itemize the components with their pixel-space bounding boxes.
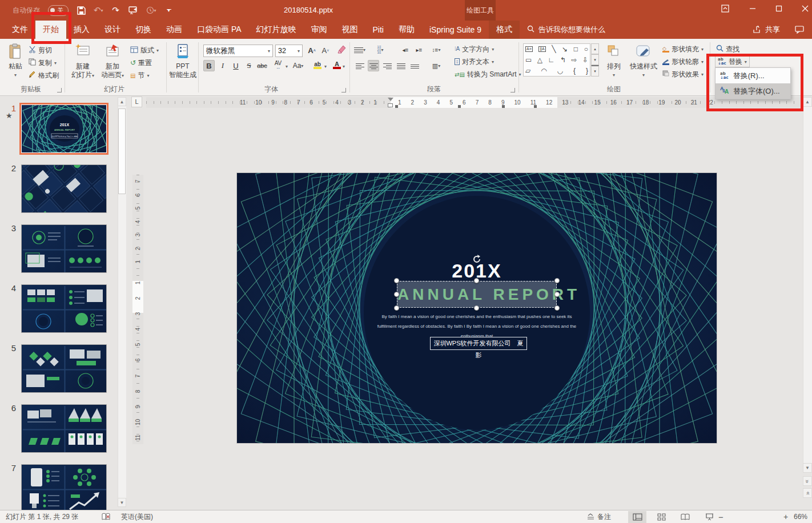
- slide-thumbnail-7[interactable]: [21, 464, 107, 513]
- shadow-button[interactable]: S: [243, 60, 255, 71]
- share-button[interactable]: 共享: [746, 21, 787, 39]
- resize-handle-bottom-right[interactable]: [554, 305, 560, 311]
- align-center-button[interactable]: [368, 60, 379, 71]
- redo-icon[interactable]: ↷: [111, 5, 120, 16]
- clock-icon[interactable]: ▾: [146, 5, 156, 16]
- font-dialog-launcher[interactable]: [341, 88, 346, 92]
- gallery-down-icon[interactable]: ▾: [591, 54, 599, 65]
- slide-thumbnail-6[interactable]: [21, 404, 107, 453]
- arrange-button[interactable]: 排列▾: [602, 42, 625, 79]
- gallery-more-icon[interactable]: ▾: [591, 65, 599, 77]
- zoom-in-button[interactable]: +: [783, 510, 788, 523]
- line-spacing-button[interactable]: ↕≡▾: [431, 44, 442, 55]
- italic-button[interactable]: I: [217, 60, 228, 71]
- paragraph-dialog-launcher[interactable]: [510, 88, 515, 92]
- slide-canvas[interactable]: 201X ANNUAL REPORT By faith I mean a vis…: [237, 173, 717, 443]
- section-button[interactable]: ▤节▾: [130, 70, 149, 81]
- arc-up-icon[interactable]: ◠: [541, 67, 546, 75]
- tab-insert[interactable]: 插入: [66, 21, 97, 39]
- spellcheck-icon[interactable]: [102, 510, 110, 523]
- selected-title-textbox[interactable]: ANNUAL REPORT: [397, 281, 557, 308]
- ppt-ai-generate-button[interactable]: PPT 智能生成: [169, 42, 196, 79]
- shrink-font-button[interactable]: A˅: [320, 45, 331, 56]
- tab-transitions[interactable]: 切换: [128, 21, 159, 39]
- shape-fill-button[interactable]: ◇形状填充▾: [662, 43, 704, 55]
- canvas-scrollbar-track[interactable]: [803, 107, 812, 463]
- paste-button[interactable]: 粘贴▾: [5, 42, 26, 79]
- ribbon-display-options-icon[interactable]: [714, 0, 737, 17]
- elbow-arrow-icon[interactable]: ↰: [560, 56, 566, 64]
- maximize-icon[interactable]: [767, 0, 790, 17]
- reset-button[interactable]: ↺重置: [130, 57, 152, 69]
- highlight-color-button[interactable]: ab: [312, 59, 323, 71]
- start-slideshow-icon[interactable]: [128, 5, 138, 16]
- layout-button[interactable]: 版式▾: [130, 45, 159, 56]
- slideshow-view-icon[interactable]: [700, 511, 718, 523]
- arc-down-icon[interactable]: ◡: [557, 67, 563, 75]
- highlight-caret[interactable]: ▾: [324, 64, 327, 69]
- resize-handle-middle-left[interactable]: [394, 292, 399, 297]
- tab-ispring[interactable]: iSpring Suite 9: [422, 21, 489, 39]
- grow-font-button[interactable]: A˄: [306, 45, 317, 56]
- tab-slideshow[interactable]: 幻灯片放映: [249, 21, 304, 39]
- new-animation-page-button[interactable]: 新加 动画页▾: [98, 42, 127, 80]
- numbering-button[interactable]: 1≡2≡3≡▾: [375, 44, 386, 55]
- columns-button[interactable]: ▥▾: [431, 60, 442, 71]
- font-color-caret[interactable]: ▾: [343, 64, 345, 69]
- text-direction-button[interactable]: ⫶A文字方向▾: [455, 43, 494, 55]
- right-brace-icon[interactable]: }: [586, 67, 588, 75]
- tab-animations[interactable]: 动画: [159, 21, 190, 39]
- notes-toggle[interactable]: 备注: [587, 510, 611, 523]
- format-painter-button[interactable]: 格式刷: [29, 70, 59, 81]
- find-button[interactable]: 查找: [716, 43, 739, 55]
- slide-title-text[interactable]: ANNUAL REPORT: [397, 281, 556, 307]
- minimize-icon[interactable]: [741, 0, 764, 17]
- reading-view-icon[interactable]: [676, 511, 694, 523]
- tellme-search[interactable]: 告诉我你想要做什么: [520, 21, 613, 39]
- line-shape-icon[interactable]: ╲: [552, 45, 556, 53]
- customize-qat-icon[interactable]: ▾: [164, 5, 174, 16]
- resize-handle-bottom-left[interactable]: [394, 305, 399, 311]
- menu-item-replace[interactable]: ab⇣ac替换(R)...: [715, 68, 790, 83]
- left-indent-marker[interactable]: [388, 103, 393, 107]
- clipboard-dialog-launcher[interactable]: [57, 88, 62, 92]
- quick-styles-button[interactable]: 快速样式▾: [628, 42, 659, 79]
- tab-stop-marker[interactable]: [458, 105, 461, 108]
- gallery-up-icon[interactable]: ▴: [591, 43, 599, 54]
- tab-home[interactable]: 开始: [35, 21, 66, 39]
- tab-format[interactable]: 格式: [489, 21, 520, 39]
- shapes-gallery[interactable]: A≡∥A╲↘□○ ▭△∟↰⇨⇩ ▱◠◡{}: [523, 43, 590, 77]
- align-right-button[interactable]: [381, 60, 393, 71]
- oval-shape-icon[interactable]: ○: [584, 45, 588, 53]
- slide-thumbnail-3[interactable]: [21, 224, 107, 273]
- shape-outline-button[interactable]: 形状轮廓▾: [662, 56, 704, 67]
- font-name-select[interactable]: 微软雅黑▾: [203, 45, 273, 57]
- bullets-button[interactable]: ▾: [354, 44, 365, 55]
- down-arrow-icon[interactable]: ⇩: [582, 56, 588, 64]
- tab-selector[interactable]: L: [131, 96, 142, 107]
- font-color-button[interactable]: A: [331, 59, 343, 71]
- right-arrow-icon[interactable]: ⇨: [571, 56, 577, 64]
- zoom-out-button[interactable]: −: [718, 510, 723, 523]
- undo-icon[interactable]: ↶▾: [94, 5, 103, 16]
- thumb-scrollbar-thumb[interactable]: [118, 108, 126, 194]
- parallelogram-icon[interactable]: ▱: [525, 67, 530, 75]
- thumb-scroll-up-icon[interactable]: ▲: [118, 97, 126, 106]
- canvas-scroll-up-icon[interactable]: ▲: [803, 97, 812, 107]
- tab-design[interactable]: 设计: [97, 21, 128, 39]
- replace-button[interactable]: ab⇣ac替换▾: [715, 56, 750, 67]
- tab-help[interactable]: 帮助: [391, 21, 422, 39]
- strikethrough-button[interactable]: abc: [256, 60, 268, 71]
- slide-thumbnail-2[interactable]: [21, 164, 107, 213]
- slide-year-text[interactable]: 201X: [237, 260, 717, 282]
- rectangle-shape-icon[interactable]: □: [574, 45, 578, 53]
- shape-effects-button[interactable]: 形状效果▾: [662, 69, 704, 80]
- first-line-indent-marker[interactable]: [388, 98, 393, 101]
- convert-smartart-button[interactable]: ⇄▤转换为 SmartArt▾: [455, 69, 521, 80]
- slide-thumbnail-5[interactable]: [21, 344, 107, 393]
- character-spacing-caret[interactable]: ▾: [286, 64, 288, 69]
- tab-file[interactable]: 文件: [5, 21, 35, 39]
- change-case-button[interactable]: Aa▾: [292, 60, 304, 71]
- normal-view-icon[interactable]: [628, 511, 646, 523]
- next-slide-icon[interactable]: »: [803, 488, 812, 498]
